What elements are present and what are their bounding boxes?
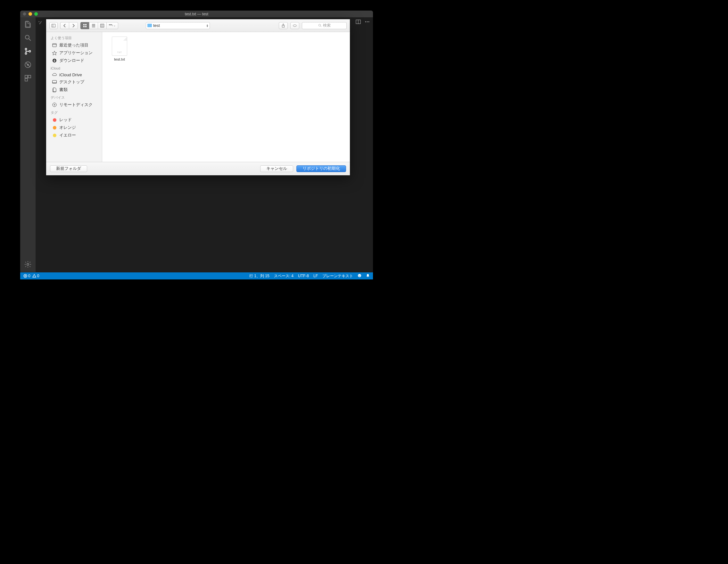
settings-gear-icon[interactable] — [23, 260, 32, 269]
sidebar-item-icloud-drive[interactable]: iCloud Drive — [46, 71, 102, 78]
new-folder-button[interactable]: 新規フォルダ — [50, 165, 87, 172]
search-field[interactable]: 検索 — [302, 22, 347, 29]
titlebar[interactable]: test.txt — test — [20, 11, 373, 17]
sidebar-item-applications[interactable]: アプリケーション — [46, 49, 102, 57]
tags-button[interactable] — [290, 22, 299, 29]
disc-icon — [52, 102, 57, 107]
side-panel-text: ソ — [38, 20, 42, 25]
svg-rect-9 — [28, 75, 31, 78]
recents-icon — [52, 43, 57, 48]
search-placeholder: 検索 — [323, 23, 331, 28]
status-spaces[interactable]: スペース: 4 — [274, 273, 294, 279]
forward-button[interactable] — [69, 22, 78, 29]
applications-icon — [52, 50, 57, 55]
folder-icon — [147, 24, 152, 27]
updown-icon: ▴▾ — [207, 24, 208, 27]
search-icon[interactable] — [23, 33, 32, 42]
tag-dot-icon — [53, 118, 56, 122]
finder-content[interactable]: test.txt — [102, 32, 350, 162]
debug-icon[interactable] — [23, 60, 32, 69]
svg-point-14 — [365, 21, 366, 22]
activity-bar — [20, 17, 36, 272]
status-position[interactable]: 行 1、列 15 — [249, 273, 269, 279]
cancel-button[interactable]: キャンセル — [260, 165, 293, 172]
sidebar-item-documents[interactable]: 書類 — [46, 86, 102, 94]
svg-point-40 — [293, 25, 297, 27]
icon-view-button[interactable] — [80, 22, 89, 29]
icloud-header: iCloud — [46, 64, 102, 71]
svg-point-16 — [368, 21, 369, 22]
svg-rect-25 — [83, 24, 85, 25]
sidebar-item-desktop[interactable]: デスクトップ — [46, 78, 102, 86]
window-title: test.txt — test — [185, 12, 208, 16]
sidebar-toggle-button[interactable] — [49, 22, 58, 29]
svg-point-21 — [359, 275, 359, 276]
feedback-icon[interactable] — [358, 274, 361, 278]
svg-point-41 — [319, 24, 320, 26]
split-editor-icon[interactable] — [356, 19, 361, 26]
svg-rect-23 — [52, 24, 55, 27]
sidebar-tag-yellow[interactable]: イエロー — [46, 131, 102, 139]
status-errors[interactable]: 0 — [23, 274, 30, 278]
more-icon[interactable] — [365, 19, 370, 26]
svg-point-2 — [25, 48, 27, 50]
svg-rect-36 — [110, 24, 111, 25]
sidebar-item-downloads[interactable]: ダウンロード — [46, 57, 102, 64]
svg-line-42 — [320, 26, 321, 27]
finder-sidebar: よく使う項目 最近使った項目 アプリケーション ダウンロード iCloud iC… — [46, 32, 102, 162]
desktop-icon — [52, 79, 57, 85]
status-bar: 0 0 行 1、列 15 スペース: 4 UTF-8 LF プレーンテキスト — [20, 272, 373, 279]
svg-rect-10 — [25, 79, 28, 81]
tag-dot-icon — [53, 134, 56, 137]
downloads-icon — [52, 58, 57, 63]
back-button[interactable] — [60, 22, 69, 29]
sidebar-tag-orange[interactable]: オレンジ — [46, 124, 102, 131]
maximize-window-button[interactable] — [34, 12, 38, 16]
gallery-view-button[interactable]: ⌄ — [106, 22, 118, 29]
svg-rect-26 — [85, 24, 87, 25]
confirm-button[interactable]: リポジトリの初期化 — [296, 165, 346, 172]
sidebar-item-remote-disc[interactable]: リモートディスク — [46, 101, 102, 109]
traffic-lights — [23, 12, 38, 16]
txt-file-icon — [112, 37, 127, 56]
svg-rect-46 — [53, 80, 57, 83]
extensions-icon[interactable] — [23, 74, 32, 83]
close-window-button[interactable] — [23, 12, 26, 16]
view-buttons: ⌄ — [80, 22, 118, 29]
svg-point-11 — [27, 263, 29, 265]
file-label: test.txt — [114, 57, 125, 61]
devices-header: デバイス — [46, 94, 102, 101]
status-encoding[interactable]: UTF-8 — [298, 274, 309, 278]
dialog-footer: 新規フォルダ キャンセル リポジトリの初期化 — [46, 162, 350, 175]
svg-point-22 — [360, 275, 360, 276]
tag-dot-icon — [53, 126, 56, 129]
svg-rect-43 — [53, 44, 56, 47]
svg-point-48 — [53, 103, 56, 107]
svg-point-0 — [25, 35, 29, 39]
svg-point-7 — [27, 64, 29, 66]
file-dialog: ⌄ test ▴▾ 検索 よく使う項目 最近使った項目 アプリケーション ダウン… — [46, 19, 350, 175]
status-language[interactable]: プレーンテキスト — [322, 273, 353, 279]
list-view-button[interactable] — [89, 22, 98, 29]
path-label: test — [153, 23, 160, 28]
explorer-icon[interactable] — [23, 20, 32, 29]
favorites-header: よく使う項目 — [46, 34, 102, 41]
status-eol[interactable]: LF — [313, 274, 318, 278]
source-control-icon[interactable] — [23, 47, 32, 56]
bell-icon[interactable] — [366, 274, 370, 278]
svg-rect-35 — [109, 24, 110, 25]
svg-rect-32 — [101, 24, 104, 27]
status-warnings[interactable]: 0 — [32, 274, 39, 278]
dialog-toolbar: ⌄ test ▴▾ 検索 — [46, 19, 350, 32]
share-button[interactable] — [279, 22, 288, 29]
sidebar-tag-red[interactable]: レッド — [46, 116, 102, 124]
column-view-button[interactable] — [98, 22, 106, 29]
documents-icon — [52, 87, 57, 92]
svg-rect-8 — [25, 75, 28, 78]
file-item[interactable]: test.txt — [107, 37, 132, 61]
editor-actions — [356, 19, 370, 26]
svg-point-4 — [29, 51, 31, 52]
sidebar-item-recents[interactable]: 最近使った項目 — [46, 41, 102, 49]
path-selector[interactable]: test ▴▾ — [146, 22, 210, 29]
minimize-window-button[interactable] — [29, 12, 32, 16]
